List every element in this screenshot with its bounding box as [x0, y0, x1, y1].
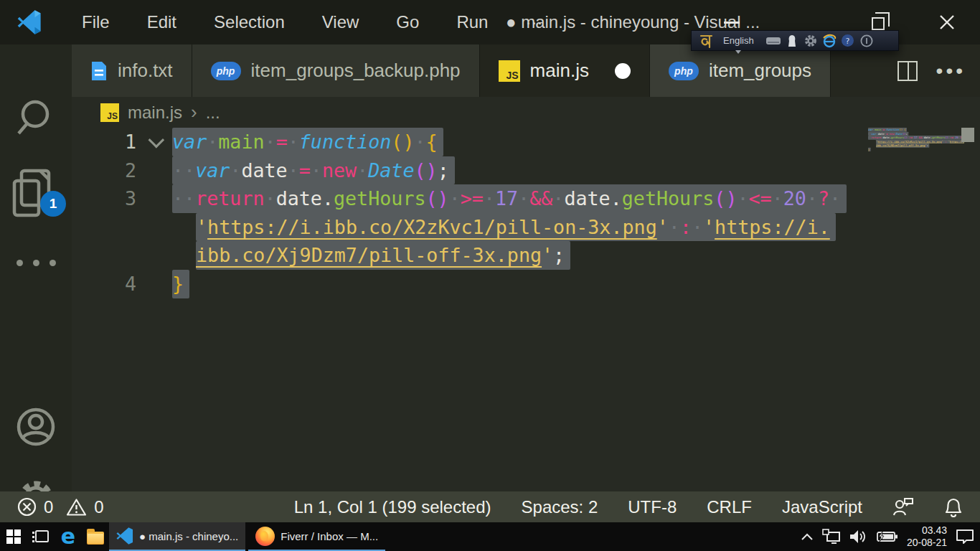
search-item[interactable] — [0, 96, 72, 141]
firefox-icon — [255, 527, 275, 546]
taskbar-vscode-button[interactable]: ● main.js - chineyo... — [109, 522, 245, 551]
close-button[interactable] — [927, 0, 967, 44]
menu-file[interactable]: File — [63, 0, 128, 44]
code-line[interactable]: ibb.co/Xj9Dzm7/pill-off-3x.png'; — [72, 241, 980, 270]
menu-edit[interactable]: Edit — [128, 0, 195, 44]
menu-run[interactable]: Run — [438, 0, 507, 44]
chevron-up-icon[interactable] — [801, 533, 814, 541]
php-file-icon: php — [211, 62, 241, 80]
more-dots-icon — [17, 260, 56, 266]
selection-highlight: ibb.co/Xj9Dzm7/pill-off-3x.png'; — [876, 143, 929, 147]
vscode-window: FileEditSelectionViewGoRun··· ● main.js … — [0, 0, 980, 551]
tab-label: item_groups — [709, 60, 811, 82]
speaker-icon[interactable] — [849, 529, 868, 545]
editor-area[interactable]: JS main.js › ... 1var·main·=·function()·… — [72, 97, 980, 491]
eol-sequence[interactable]: CRLF — [707, 497, 752, 517]
code-editor[interactable]: 1var·main·=·function()·{2··var·date·=·ne… — [72, 128, 980, 298]
tray-date: 20-08-21 — [907, 537, 947, 549]
language-selector[interactable]: English — [723, 35, 754, 46]
file-explorer-button[interactable] — [82, 522, 109, 551]
code-line[interactable]: 4} — [72, 270, 980, 298]
network-icon[interactable] — [822, 529, 841, 545]
gear-icon[interactable] — [801, 33, 820, 49]
line-number[interactable]: 1 — [72, 128, 136, 156]
fold-gutter — [136, 184, 172, 213]
modified-dot-icon[interactable] — [615, 63, 631, 79]
problems-warnings[interactable]: 0 — [66, 497, 103, 517]
more-actions-item[interactable] — [0, 260, 72, 266]
code-line[interactable]: 1var·main·=·function()·{ — [72, 128, 980, 156]
account-icon — [14, 405, 58, 449]
close-icon — [938, 14, 956, 31]
chevron-down-icon — [149, 132, 165, 149]
chevron-right-icon: › — [191, 101, 197, 123]
chevron-down-icon — [735, 50, 741, 54]
js-file-icon: JS — [100, 103, 119, 122]
keyboard-icon[interactable] — [764, 33, 783, 49]
vscode-taskbar-icon — [116, 527, 133, 545]
code-line[interactable]: 3··return·date.getHours()·>=·17·&&·date.… — [72, 184, 980, 213]
activity-bar: 1 — [0, 44, 72, 491]
menubar: FileEditSelectionViewGoRun··· — [63, 0, 561, 44]
tab-actions: ••• — [897, 44, 980, 97]
cursor-position[interactable]: Ln 1, Col 1 (199 selected) — [294, 497, 491, 517]
avro-glyph-icon[interactable] — [697, 33, 716, 49]
tray-clock[interactable]: 03.43 20-08-21 — [907, 524, 947, 549]
code-line[interactable]: 'https://i.ibb.co/X2zKvc1/pill-on-3x.png… — [72, 213, 980, 242]
problems-errors[interactable]: 0 — [17, 497, 53, 517]
windows-taskbar: e ● main.js - chineyo... Fiverr / Inbox … — [0, 522, 980, 551]
taskbar-firefox-button[interactable]: Fiverr / Inbox — M... — [248, 522, 385, 551]
edge-button[interactable]: e — [55, 522, 82, 551]
warning-icon — [66, 498, 87, 517]
action-center-icon[interactable] — [956, 528, 974, 545]
explorer-item[interactable]: 1 — [0, 165, 72, 221]
line-number[interactable] — [72, 241, 136, 270]
line-number[interactable]: 4 — [72, 270, 136, 298]
fold-gutter[interactable] — [136, 128, 172, 156]
scrollbar[interactable] — [961, 128, 974, 142]
mouse-tool-icon[interactable] — [783, 33, 801, 49]
feedback-icon[interactable] — [892, 498, 914, 517]
language-mode[interactable]: JavaScript — [782, 497, 862, 517]
split-editor-icon[interactable] — [897, 61, 918, 81]
edge-icon: e — [61, 524, 75, 550]
encoding[interactable]: UTF-8 — [628, 497, 677, 517]
breadcrumb-file[interactable]: main.js — [128, 103, 182, 123]
indentation[interactable]: Spaces: 2 — [522, 497, 598, 517]
status-bar: 0 0 Ln 1, Col 1 (199 selected) Spaces: 2… — [0, 491, 980, 522]
account-item[interactable] — [0, 405, 72, 449]
editor-more-icon[interactable]: ••• — [936, 60, 966, 83]
svg-text:?: ? — [846, 37, 850, 46]
task-view-button[interactable] — [27, 522, 55, 551]
menu-selection[interactable]: Selection — [195, 0, 303, 44]
line-number[interactable] — [72, 213, 136, 242]
info-icon[interactable] — [857, 33, 876, 49]
bell-icon[interactable] — [944, 497, 963, 517]
code-line[interactable]: } — [868, 147, 964, 151]
code-line[interactable]: 2··var·date·=·new·Date(); — [72, 156, 980, 185]
tab-info.txt[interactable]: info.txt — [72, 44, 192, 97]
menu-go[interactable]: Go — [377, 0, 438, 44]
selection-highlight: var·main·=·function()·{ — [172, 128, 443, 156]
menu-view[interactable]: View — [303, 0, 378, 44]
windows-start-icon — [6, 529, 21, 544]
breadcrumb-more[interactable]: ... — [206, 103, 220, 123]
ie-icon[interactable] — [820, 33, 839, 49]
selection-highlight: ··return·date.getHours()·>=·17·&&·date.g… — [172, 184, 847, 213]
fold-gutter — [136, 213, 172, 242]
breadcrumb[interactable]: JS main.js › ... — [72, 97, 980, 128]
start-button[interactable] — [0, 522, 27, 551]
php-file-icon: php — [669, 62, 699, 80]
battery-icon[interactable] — [877, 529, 898, 544]
tab-item_groups_backup.php[interactable]: phpitem_groups_backup.php — [192, 44, 480, 97]
explorer-badge: 1 — [40, 191, 66, 217]
tab-main.js[interactable]: JSmain.js — [480, 44, 650, 97]
firefox-taskbar-label: Fiverr / Inbox — M... — [281, 530, 378, 542]
line-number[interactable]: 3 — [72, 184, 136, 213]
line-number[interactable]: 2 — [72, 156, 136, 185]
text-file-icon — [90, 60, 108, 82]
help-icon[interactable]: ? — [839, 33, 857, 49]
minimap[interactable]: var·main·=·function()·{··var·date·=·new·… — [868, 128, 964, 199]
error-icon — [17, 497, 37, 517]
language-label: English — [723, 35, 754, 46]
